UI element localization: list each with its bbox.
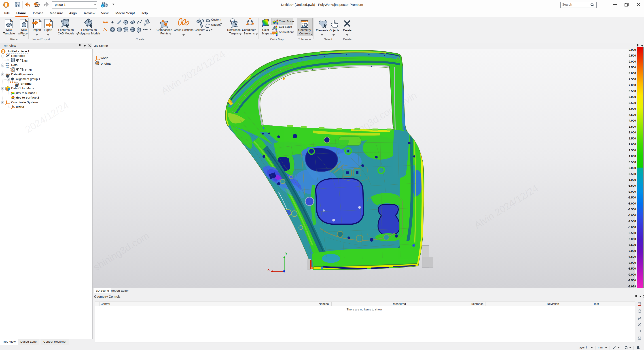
svg-text:0.0: 0.0 [302,22,305,25]
svg-text:Y: Y [285,252,287,256]
svg-text:110: 110 [6,66,9,69]
svg-text:X: X [268,268,270,272]
svg-text:A1: A1 [231,20,234,22]
